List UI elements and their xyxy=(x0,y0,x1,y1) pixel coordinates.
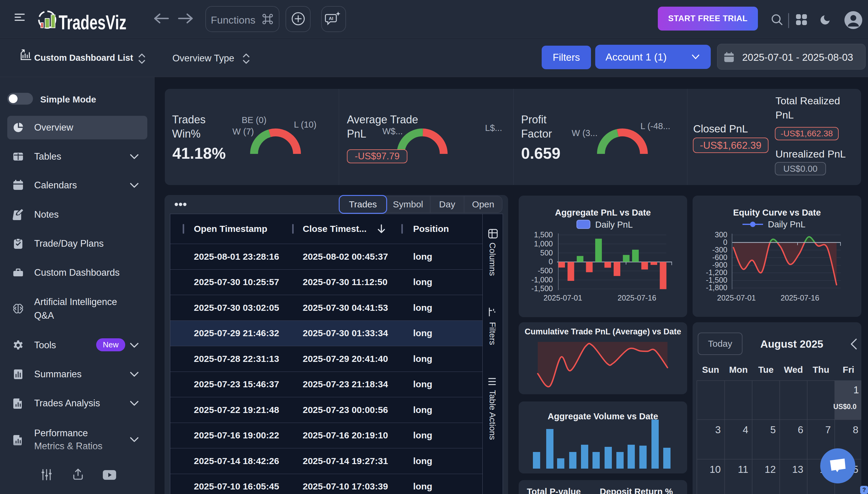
svg-text:W (7): W (7) xyxy=(232,127,254,136)
svg-text:2025-07-01: 2025-07-01 xyxy=(717,293,756,302)
svg-text:0: 0 xyxy=(723,238,728,246)
svg-text:-1,500: -1,500 xyxy=(531,284,553,293)
svg-text:-900: -900 xyxy=(712,261,728,269)
svg-text:-1,000: -1,000 xyxy=(531,276,553,284)
svg-text:L (-48...: L (-48... xyxy=(641,121,671,131)
svg-text:W (3...: W (3... xyxy=(572,128,597,138)
svg-text:-1,200: -1,200 xyxy=(706,268,728,277)
svg-text:-1,800: -1,800 xyxy=(706,283,728,292)
svg-text:AI: AI xyxy=(329,16,333,21)
svg-text:300: 300 xyxy=(715,230,728,239)
svg-text:2025-07-01: 2025-07-01 xyxy=(544,293,582,302)
svg-text:-300: -300 xyxy=(712,246,728,254)
svg-text:L$...: L$... xyxy=(485,123,502,133)
svg-text:2025-07-16: 2025-07-16 xyxy=(780,293,819,302)
svg-text:L (10): L (10) xyxy=(294,120,317,129)
svg-text:-1,500: -1,500 xyxy=(706,276,728,284)
svg-text:0: 0 xyxy=(549,257,553,266)
svg-text:1,500: 1,500 xyxy=(534,230,553,239)
svg-text:BE (0): BE (0) xyxy=(242,115,266,125)
svg-text:-600: -600 xyxy=(712,253,728,262)
svg-text:500: 500 xyxy=(540,248,553,257)
svg-text:-500: -500 xyxy=(538,266,553,275)
svg-text:2025-07-16: 2025-07-16 xyxy=(618,293,656,302)
svg-text:1,000: 1,000 xyxy=(534,240,553,248)
svg-text:Daily PnL: Daily PnL xyxy=(768,220,806,229)
